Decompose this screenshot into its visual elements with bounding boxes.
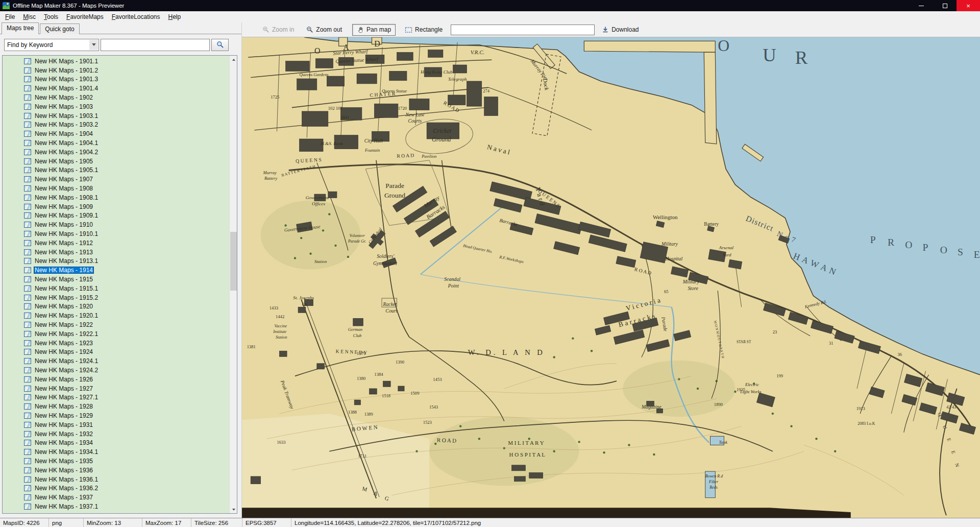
tree-item[interactable]: New HK Maps - 1901.2 xyxy=(3,66,229,75)
tree-item[interactable]: New HK Maps - 1924 xyxy=(3,348,229,357)
tree-item[interactable]: New HK Maps - 1937 xyxy=(3,493,229,502)
tree-item-label: New HK Maps - 1934 xyxy=(34,439,94,446)
pan-map-button[interactable]: Pan map xyxy=(352,24,396,36)
maximize-button[interactable] xyxy=(933,0,957,11)
map-icon xyxy=(24,403,31,410)
map-label: O xyxy=(940,245,948,255)
tree-item[interactable]: New HK Maps - 1907 xyxy=(3,175,229,184)
tree-item[interactable]: New HK Maps - 1932 xyxy=(3,429,229,439)
menu-tools[interactable]: Tools xyxy=(40,12,62,22)
scroll-up-button[interactable] xyxy=(230,56,237,63)
tree-item[interactable]: New HK Maps - 1924.2 xyxy=(3,366,229,375)
tab-quick-goto[interactable]: Quick goto xyxy=(40,23,79,34)
tree-item[interactable]: New HK Maps - 1922.1 xyxy=(3,329,229,339)
maps-tree-panel: New HK Maps - 1901.1New HK Maps - 1901.2… xyxy=(2,55,237,514)
tab-maps-tree[interactable]: Maps tree xyxy=(2,22,39,34)
scrollbar-thumb[interactable] xyxy=(230,232,237,291)
tree-item[interactable]: New HK Maps - 1924.1 xyxy=(3,356,229,366)
tree-item-label: New HK Maps - 1928 xyxy=(34,403,94,410)
tree-item[interactable]: New HK Maps - 1927.1 xyxy=(3,393,229,402)
rectangle-button[interactable]: Rectangle xyxy=(401,25,447,35)
tree-scrollbar[interactable] xyxy=(229,56,237,513)
zoom-in-button[interactable]: Zoom in xyxy=(258,25,298,35)
search-input[interactable] xyxy=(101,39,210,51)
tree-item-label: New HK Maps - 1907 xyxy=(34,176,94,183)
zoom-out-button[interactable]: Zoom out xyxy=(302,25,346,35)
tree-item[interactable]: New HK Maps - 1928 xyxy=(3,402,229,411)
tree-item[interactable]: New HK Maps - 1901.3 xyxy=(3,75,229,84)
tree-item[interactable]: New HK Maps - 1931 xyxy=(3,420,229,429)
tree-item[interactable]: New HK Maps - 1909.1 xyxy=(3,211,229,221)
tree-item[interactable]: New HK Maps - 1910 xyxy=(3,220,229,229)
map-label: Gymnasium xyxy=(373,260,397,266)
tree-item[interactable]: New HK Maps - 1915.1 xyxy=(3,284,229,293)
download-button[interactable]: Download xyxy=(598,25,643,35)
tree-item[interactable]: New HK Maps - 1909 xyxy=(3,202,229,211)
search-icon xyxy=(216,41,224,49)
scroll-down-button[interactable] xyxy=(230,506,237,513)
map-label: Magazine xyxy=(641,404,662,410)
tree-item[interactable]: New HK Maps - 1920.1 xyxy=(3,311,229,320)
tree-item[interactable]: New HK Maps - 1913.1 xyxy=(3,257,229,266)
tree-item[interactable]: New HK Maps - 1901.1 xyxy=(3,57,229,66)
tree-item[interactable]: New HK Maps - 1913 xyxy=(3,248,229,257)
map-label: 1913 xyxy=(856,406,865,411)
dropdown-button[interactable] xyxy=(89,40,98,50)
tree-item[interactable]: New HK Maps - 1922 xyxy=(3,320,229,329)
tree-item[interactable]: New HK Maps - 1920 xyxy=(3,302,229,312)
map-icon xyxy=(24,249,31,255)
menu-help[interactable]: Help xyxy=(164,12,185,22)
menu-favoritelocations[interactable]: FavoriteLocations xyxy=(108,12,164,22)
map-icon xyxy=(24,131,31,137)
map-panel: Zoom in Zoom out Pan map Rectangle Downl… xyxy=(241,22,980,518)
tree-item[interactable]: New HK Maps - 1934.1 xyxy=(3,447,229,457)
tree-item[interactable]: New HK Maps - 1936.1 xyxy=(3,475,229,484)
status-bar: MapsID: 4226 png MinZoom: 13 MaxZoom: 17… xyxy=(0,518,980,527)
tree-item-label: New HK Maps - 1913 xyxy=(34,249,94,256)
tree-item[interactable]: New HK Maps - 1927 xyxy=(3,384,229,393)
tree-item[interactable]: New HK Maps - 1910.1 xyxy=(3,229,229,238)
tree-item[interactable]: New HK Maps - 1929 xyxy=(3,411,229,420)
tree-item[interactable]: New HK Maps - 1903 xyxy=(3,102,229,111)
menu-misc[interactable]: Misc xyxy=(19,12,40,22)
tree-item[interactable]: New HK Maps - 1904.1 xyxy=(3,138,229,148)
map-label: 1509 xyxy=(410,391,419,396)
tree-item[interactable]: New HK Maps - 1901.4 xyxy=(3,84,229,93)
keyword-filter-dropdown[interactable]: Find by Keyword xyxy=(4,39,99,51)
tree-item[interactable]: New HK Maps - 1934 xyxy=(3,438,229,447)
tree-item[interactable]: New HK Maps - 1935 xyxy=(3,457,229,466)
coordinates-input[interactable] xyxy=(451,25,595,35)
tree-item[interactable]: New HK Maps - 1914 xyxy=(3,266,229,275)
tree-item[interactable]: New HK Maps - 1915.2 xyxy=(3,293,229,302)
tree-item-label: New HK Maps - 1915.1 xyxy=(34,285,99,292)
map-label: 1633 xyxy=(277,440,286,445)
menu-file[interactable]: File xyxy=(1,12,19,22)
tree-item[interactable]: New HK Maps - 1908.1 xyxy=(3,193,229,202)
map-canvas[interactable]: OADStar Ferry WharfQueens Statue WharfV.… xyxy=(242,37,980,518)
search-button[interactable] xyxy=(211,39,229,51)
minimize-button[interactable] xyxy=(910,0,933,11)
tree-item[interactable]: New HK Maps - 1915 xyxy=(3,275,229,284)
menu-favoritemaps[interactable]: FavoriteMaps xyxy=(62,12,108,22)
map-label: 1720 xyxy=(398,106,407,111)
map-label: Ground xyxy=(384,191,405,199)
tree-item[interactable]: New HK Maps - 1936.2 xyxy=(3,484,229,493)
tree-item[interactable]: New HK Maps - 1905 xyxy=(3,157,229,166)
tree-item[interactable]: New HK Maps - 1905.1 xyxy=(3,166,229,175)
tree-item[interactable]: New HK Maps - 1904 xyxy=(3,129,229,138)
tree-item[interactable]: New HK Maps - 1937.1 xyxy=(3,502,229,511)
map-label: Filter xyxy=(708,480,719,484)
tree-item-label: New HK Maps - 1936.2 xyxy=(34,485,99,492)
tree-item[interactable]: New HK Maps - 1902 xyxy=(3,93,229,102)
close-button[interactable]: × xyxy=(957,0,980,11)
tree-item[interactable]: New HK Maps - 1903.2 xyxy=(3,121,229,130)
tree-item[interactable]: New HK Maps - 1904.2 xyxy=(3,148,229,157)
tree-item[interactable]: New HK Maps - 1926 xyxy=(3,375,229,384)
tree-item[interactable]: New HK Maps - 1936 xyxy=(3,466,229,475)
tree-item[interactable]: New HK Maps - 1908 xyxy=(3,184,229,193)
tree-item[interactable]: New HK Maps - 1903.1 xyxy=(3,111,229,121)
tree-item[interactable]: New HK Maps - 1923 xyxy=(3,339,229,348)
tree-item[interactable]: New HK Maps - 1912 xyxy=(3,238,229,248)
map-label: O xyxy=(314,46,320,55)
tree-item-label: New HK Maps - 1931 xyxy=(34,421,94,428)
